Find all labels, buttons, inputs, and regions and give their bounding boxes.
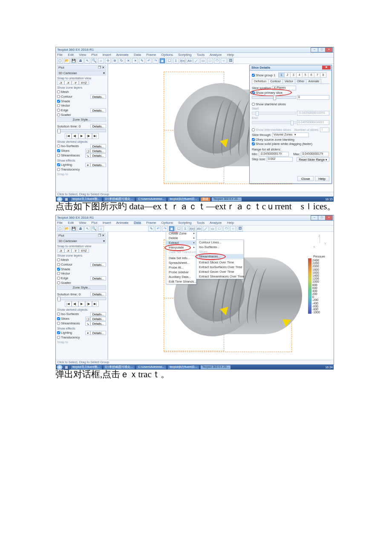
layer-shade[interactable]: Shade <box>57 99 106 103</box>
task-1[interactable]: tecplot导入fluent数... <box>70 365 102 370</box>
tab-definition[interactable]: Definition <box>252 79 268 84</box>
rect-icon[interactable]: ▭ <box>200 58 206 64</box>
plot-type-dropdown[interactable]: 3D Cartesian▾ <box>57 239 106 243</box>
edge-details[interactable]: Details... <box>90 276 106 280</box>
menu-frame[interactable]: Frame <box>146 53 156 57</box>
stream-check[interactable]: Streamtraces <box>57 321 80 325</box>
redo-icon[interactable]: ↷ <box>153 58 159 64</box>
stream-details[interactable]: Details... <box>90 321 106 326</box>
iso-details[interactable]: Details... <box>90 312 106 316</box>
show-group-check[interactable] <box>252 74 255 77</box>
menu-analyze[interactable]: Analyze <box>210 53 222 57</box>
maximize-button[interactable]: □ <box>318 47 326 52</box>
menu-contourlines[interactable]: Contour Lines... <box>196 240 243 245</box>
print-icon[interactable]: 🖶 <box>78 226 84 231</box>
stream-tool[interactable]: ↘ <box>85 321 90 326</box>
home-icon[interactable]: ⌂ <box>98 226 104 231</box>
slice-location-dropdown[interactable]: X-Planes <box>272 86 296 90</box>
arrow-icon[interactable]: ↖ <box>84 58 90 64</box>
menu-scripting[interactable]: Scripting <box>178 53 191 57</box>
menu-create-zone[interactable]: Create Zone▸ <box>166 232 196 236</box>
fx-icon[interactable]: f(x) <box>180 58 186 64</box>
line-icon[interactable]: ／ <box>203 226 209 231</box>
viewport-2[interactable]: Z Y X Pressure 2400220020001800160014001… <box>108 232 334 360</box>
layer-mesh[interactable]: Mesh <box>57 258 106 262</box>
menu-view[interactable]: View <box>79 221 86 225</box>
obey-check[interactable] <box>252 138 255 141</box>
task-3[interactable]: C:\Users\Administ... <box>136 365 167 370</box>
line-icon[interactable]: ／ <box>193 58 199 64</box>
menu-data[interactable]: Data <box>134 53 141 57</box>
open-icon[interactable]: 📂 <box>64 226 70 231</box>
snap-xyz-button[interactable]: XYZ <box>79 81 89 85</box>
first-button[interactable]: |◀ <box>65 133 72 139</box>
step-value[interactable]: 0.002 <box>267 157 293 162</box>
max-value[interactable]: 0.04500000179 <box>301 152 329 156</box>
menu-animate[interactable]: Animate <box>116 221 128 225</box>
zoom-icon[interactable]: 🔍 <box>91 226 97 231</box>
edge-details[interactable]: Details... <box>90 108 106 113</box>
group-3[interactable]: 3 <box>290 72 297 78</box>
slices-tool[interactable]: ❏ <box>85 317 90 321</box>
tab-vector[interactable]: Vector <box>282 79 295 84</box>
layer-mesh[interactable]: Mesh <box>57 90 106 94</box>
menu-edit[interactable]: Edit <box>68 221 74 225</box>
menu-edit[interactable]: Edit <box>68 53 74 57</box>
menu-tools[interactable]: Tools <box>197 221 205 225</box>
next-button[interactable]: |▶ <box>85 301 92 307</box>
primary-slider[interactable] <box>252 96 296 99</box>
plot-type-dropdown[interactable]: 3D Cartesian▾ <box>57 71 106 75</box>
menu-insert[interactable]: Insert <box>103 221 111 225</box>
menu-auxdata[interactable]: Auxiliary Data... <box>166 275 196 279</box>
slices-check[interactable]: Slices <box>57 149 69 153</box>
menu-plot[interactable]: Plot <box>92 221 98 225</box>
wire-icon[interactable]: ✲ <box>112 58 118 64</box>
ellipse-icon[interactable]: ⬭ <box>223 226 229 231</box>
new-icon[interactable]: ▢ <box>57 58 63 64</box>
menu-insert[interactable]: Insert <box>103 53 111 57</box>
ctr-icon[interactable]: ☐ <box>166 58 172 64</box>
minimize-button[interactable]: – <box>311 47 318 52</box>
menu-probesidebar[interactable]: Probe sidebar <box>166 270 196 275</box>
pencil-icon[interactable]: ✎ <box>148 226 154 231</box>
save-icon[interactable]: 💾 <box>71 58 77 64</box>
arrow-icon[interactable]: ↖ <box>84 226 90 231</box>
menu-extract[interactable]: Extract▸ <box>166 240 196 245</box>
explorer-icon[interactable]: ▦ <box>63 197 69 202</box>
rect-icon[interactable]: ▭ <box>210 226 216 231</box>
layer-contour[interactable]: Contour <box>57 95 72 98</box>
zoom-icon[interactable]: 🔍 <box>91 58 97 64</box>
task-4[interactable]: tecplot执行fluent后... <box>167 197 199 202</box>
menu-transform[interactable]: Data Set Transform... <box>166 250 196 254</box>
open-icon[interactable]: 📂 <box>64 58 70 64</box>
layer-scatter[interactable]: Scatter <box>57 113 106 117</box>
redo-icon[interactable]: ↷ <box>162 226 168 231</box>
menu-scripting[interactable]: Scripting <box>178 221 191 225</box>
contour-details[interactable]: Details... <box>90 95 106 99</box>
snap-y-button[interactable]: -Y <box>72 81 79 85</box>
home-icon[interactable]: ⌂ <box>98 58 104 64</box>
layer-vector[interactable]: Vector <box>57 104 106 107</box>
time-details[interactable]: Details... <box>90 124 106 128</box>
lighting-details[interactable]: Details... <box>90 331 106 335</box>
task-5[interactable]: 新建 <box>200 197 210 202</box>
group-7[interactable]: 7 <box>314 72 320 78</box>
menubar[interactable]: File Edit View Plot Insert Animate Data … <box>56 53 334 58</box>
prev-button[interactable]: ◀| <box>72 301 78 307</box>
zone-style-button[interactable]: Zone Style... <box>57 117 106 122</box>
menu-file[interactable]: File <box>57 221 63 225</box>
axes-icon[interactable]: ✕ <box>125 58 131 64</box>
menu-interpolate[interactable]: Interpolate▸ <box>166 245 196 250</box>
slices-details[interactable]: Details... <box>90 317 106 321</box>
layer-scatter[interactable]: Scatter <box>57 281 106 285</box>
menu-spreadsheet[interactable]: Spreadsheet... <box>166 260 196 265</box>
show-primary-check[interactable] <box>252 91 255 94</box>
menu-options[interactable]: Options <box>161 53 173 57</box>
print-icon[interactable]: 🖶 <box>78 58 84 64</box>
tab-other[interactable]: Other <box>295 79 307 84</box>
menu-file[interactable]: File <box>57 53 63 57</box>
group-1[interactable]: 1 <box>278 72 285 78</box>
fx-icon[interactable]: f(x) <box>189 226 195 231</box>
dialog-close-button[interactable]: ✕ <box>322 66 331 69</box>
sigma-icon[interactable]: Σ <box>182 226 188 231</box>
